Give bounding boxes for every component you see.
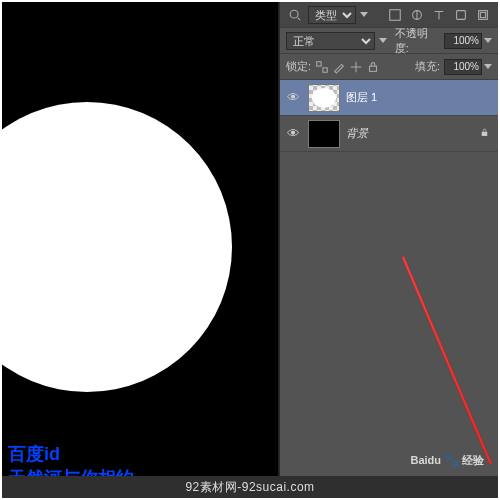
lock-icon [479,127,490,140]
lock-pixels-icon[interactable] [315,60,329,74]
visibility-toggle[interactable]: 👁 [284,90,302,105]
app-frame: 百度id 天然河与你相约 类型 正常 不透明度: 锁定: [0,0,500,500]
layer-name[interactable]: 背景 [346,126,368,141]
svg-rect-8 [323,67,327,71]
chevron-down-icon[interactable] [484,64,492,69]
opacity-label: 不透明度: [395,26,440,56]
layer-row[interactable]: 👁 图层 1 [280,80,498,116]
fill-field[interactable] [444,59,492,75]
lock-position-icon[interactable] [349,60,363,74]
search-icon [286,7,304,23]
lock-brush-icon[interactable] [332,60,346,74]
baidu-suffix: 经验 [462,453,484,468]
chevron-down-icon [379,38,387,43]
adjustment-layer-icon[interactable] [408,7,426,23]
baidu-watermark: Baidu🐾 经验 [410,452,484,468]
opacity-field[interactable] [444,33,492,49]
pixel-layer-icon[interactable] [386,7,404,23]
canvas-caption-1: 百度id [8,442,60,466]
svg-point-0 [290,10,298,18]
canvas-shape-circle [2,102,232,392]
smart-object-icon[interactable] [474,7,492,23]
svg-line-1 [298,17,301,20]
layer-filter-row: 类型 [280,2,498,28]
footer-watermark: 92素材网-92sucai.com [2,476,498,498]
svg-rect-2 [390,9,401,20]
layer-row[interactable]: 👁 背景 [280,116,498,152]
layers-panel: 类型 正常 不透明度: 锁定: [279,2,498,498]
svg-rect-10 [482,132,488,136]
shape-layer-icon[interactable] [452,7,470,23]
svg-rect-9 [370,66,377,71]
baidu-text: Baidu [410,454,441,466]
layer-thumbnail[interactable] [308,120,340,148]
layer-name[interactable]: 图层 1 [346,90,377,105]
blend-row: 正常 不透明度: [280,28,498,54]
visibility-toggle[interactable]: 👁 [284,126,302,141]
blend-mode-select[interactable]: 正常 [286,32,375,50]
svg-rect-4 [457,10,466,19]
lock-label: 锁定: [286,59,311,74]
chevron-down-icon [360,12,368,17]
document-canvas[interactable]: 百度id 天然河与你相约 [2,2,279,498]
layer-kind-select[interactable]: 类型 [308,6,356,24]
opacity-input[interactable] [444,33,482,49]
svg-rect-7 [317,61,321,65]
svg-rect-6 [480,12,485,17]
layer-thumbnail[interactable] [308,84,340,112]
fill-label: 填充: [415,59,440,74]
lock-row: 锁定: 填充: [280,54,498,80]
app-inner: 百度id 天然河与你相约 类型 正常 不透明度: 锁定: [2,2,498,498]
layers-list[interactable]: 👁 图层 1 👁 背景 [280,80,498,478]
fill-input[interactable] [444,59,482,75]
text-layer-icon[interactable] [430,7,448,23]
lock-buttons [315,60,380,74]
paw-icon: 🐾 [443,452,460,468]
lock-all-icon[interactable] [366,60,380,74]
chevron-down-icon[interactable] [484,38,492,43]
